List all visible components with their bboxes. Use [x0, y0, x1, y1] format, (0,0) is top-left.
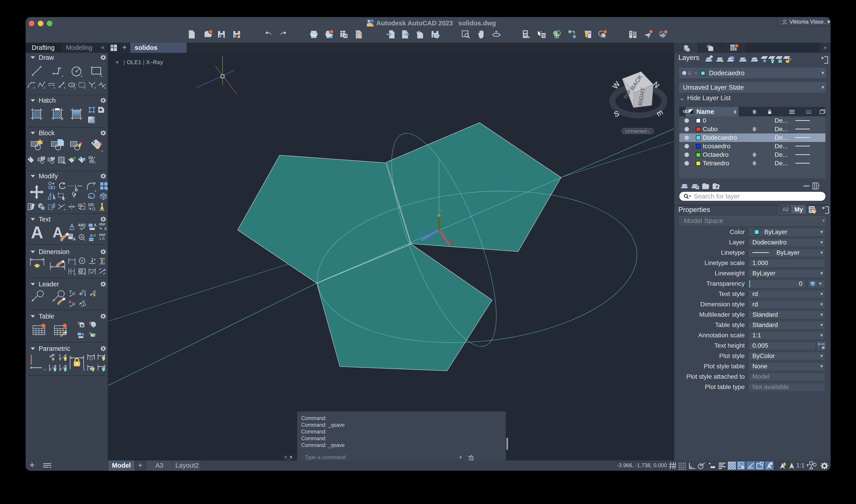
svg-text:A: A: [82, 332, 84, 336]
svg-text:A: A: [104, 227, 107, 231]
svg-text:A: A: [94, 223, 97, 227]
svg-text:ABC: ABC: [78, 223, 86, 227]
svg-text:A: A: [70, 222, 74, 230]
svg-text:A: A: [31, 223, 43, 242]
svg-text:i: i: [688, 48, 688, 52]
svg-text:S: S: [77, 321, 80, 325]
svg-text:X: X: [104, 268, 106, 272]
svg-text:.1: .1: [83, 270, 86, 273]
svg-text:A: A: [73, 237, 76, 241]
svg-text:S: S: [89, 321, 91, 325]
svg-text:PDF: PDF: [99, 222, 105, 226]
svg-text:A: A: [81, 235, 83, 239]
svg-text:A: A: [90, 233, 93, 238]
svg-text:PDF: PDF: [99, 233, 105, 237]
